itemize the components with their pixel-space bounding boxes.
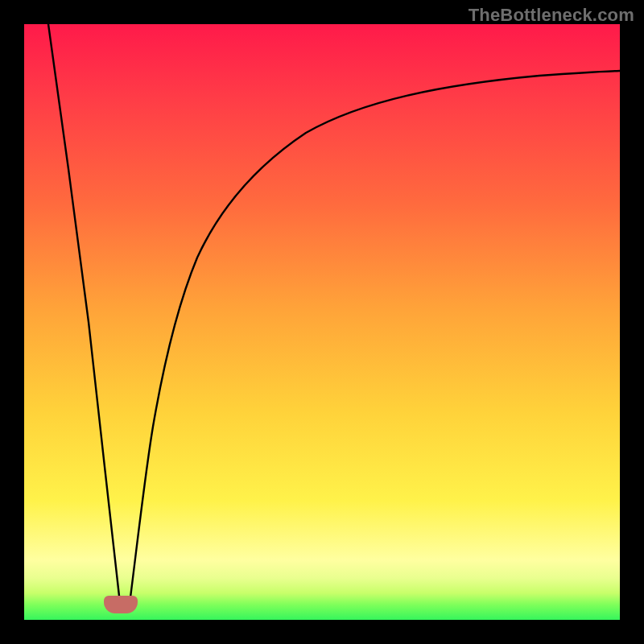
watermark-text: TheBottleneck.com xyxy=(469,5,634,26)
curve-right-branch xyxy=(129,71,620,610)
minimum-marker xyxy=(104,596,138,613)
curve-layer xyxy=(24,24,620,620)
chart-frame: TheBottleneck.com xyxy=(0,0,644,644)
plot-area xyxy=(24,24,620,620)
curve-left-branch xyxy=(48,24,121,610)
